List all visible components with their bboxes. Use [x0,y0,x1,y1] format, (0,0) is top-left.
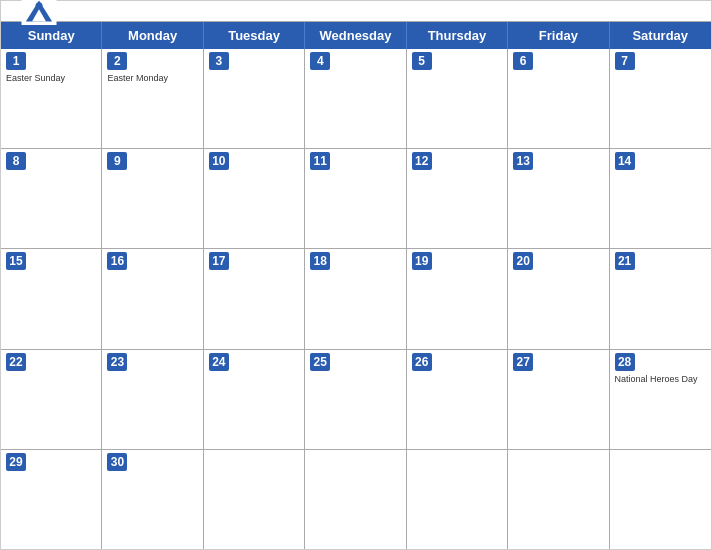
calendar-cell[interactable]: 26 [407,350,508,449]
calendar-cell[interactable]: 1Easter Sunday [1,49,102,148]
calendar-cell[interactable]: 20 [508,249,609,348]
cell-day-number: 9 [107,152,127,170]
week-row-4: 22232425262728National Heroes Day [1,350,711,450]
calendar-cell[interactable]: 6 [508,49,609,148]
calendar-cell[interactable]: 17 [204,249,305,348]
week-row-2: 891011121314 [1,149,711,249]
cell-day-number: 26 [412,353,432,371]
calendar-cell[interactable]: 18 [305,249,406,348]
calendar-cell[interactable]: 27 [508,350,609,449]
day-headers-row: SundayMondayTuesdayWednesdayThursdayFrid… [1,22,711,49]
calendar-cell[interactable]: 2Easter Monday [102,49,203,148]
cell-day-number: 2 [107,52,127,70]
cell-event: Easter Sunday [6,73,96,84]
calendar-cell[interactable]: 21 [610,249,711,348]
cell-day-number: 30 [107,453,127,471]
cell-day-number: 21 [615,252,635,270]
calendar-cell[interactable]: 19 [407,249,508,348]
calendar-cell[interactable] [508,450,609,549]
calendar-container: SundayMondayTuesdayWednesdayThursdayFrid… [0,0,712,550]
cell-day-number: 6 [513,52,533,70]
calendar-cell[interactable]: 4 [305,49,406,148]
cell-day-number: 3 [209,52,229,70]
cell-day-number: 13 [513,152,533,170]
calendar-cell[interactable]: 13 [508,149,609,248]
day-header-monday: Monday [102,22,203,49]
weeks-container: 1Easter Sunday2Easter Monday345678910111… [1,49,711,549]
cell-day-number: 5 [412,52,432,70]
calendar-cell[interactable]: 12 [407,149,508,248]
calendar-cell[interactable] [407,450,508,549]
calendar-cell[interactable] [204,450,305,549]
calendar-cell[interactable] [305,450,406,549]
cell-day-number: 20 [513,252,533,270]
calendar-cell[interactable]: 15 [1,249,102,348]
cell-day-number: 23 [107,353,127,371]
cell-day-number: 22 [6,353,26,371]
calendar-grid: SundayMondayTuesdayWednesdayThursdayFrid… [1,21,711,549]
cell-day-number: 4 [310,52,330,70]
cell-day-number: 16 [107,252,127,270]
cell-event: Easter Monday [107,73,197,84]
svg-point-3 [36,2,43,9]
cell-day-number: 8 [6,152,26,170]
day-header-wednesday: Wednesday [305,22,406,49]
day-header-sunday: Sunday [1,22,102,49]
calendar-cell[interactable]: 9 [102,149,203,248]
cell-day-number: 25 [310,353,330,371]
cell-day-number: 14 [615,152,635,170]
cell-day-number: 17 [209,252,229,270]
calendar-header [1,1,711,21]
cell-day-number: 11 [310,152,330,170]
calendar-cell[interactable]: 29 [1,450,102,549]
cell-day-number: 29 [6,453,26,471]
calendar-cell[interactable]: 23 [102,350,203,449]
cell-day-number: 19 [412,252,432,270]
calendar-cell[interactable] [610,450,711,549]
cell-day-number: 18 [310,252,330,270]
cell-day-number: 1 [6,52,26,70]
calendar-cell[interactable]: 25 [305,350,406,449]
week-row-5: 2930 [1,450,711,549]
day-header-friday: Friday [508,22,609,49]
calendar-cell[interactable]: 10 [204,149,305,248]
calendar-cell[interactable]: 7 [610,49,711,148]
cell-day-number: 15 [6,252,26,270]
day-header-thursday: Thursday [407,22,508,49]
cell-day-number: 28 [615,353,635,371]
calendar-cell[interactable]: 22 [1,350,102,449]
week-row-1: 1Easter Sunday2Easter Monday34567 [1,49,711,149]
calendar-cell[interactable]: 28National Heroes Day [610,350,711,449]
calendar-cell[interactable]: 11 [305,149,406,248]
cell-day-number: 10 [209,152,229,170]
calendar-cell[interactable]: 16 [102,249,203,348]
calendar-cell[interactable]: 24 [204,350,305,449]
cell-event: National Heroes Day [615,374,706,385]
week-row-3: 15161718192021 [1,249,711,349]
calendar-cell[interactable]: 14 [610,149,711,248]
calendar-cell[interactable]: 30 [102,450,203,549]
calendar-cell[interactable]: 5 [407,49,508,148]
cell-day-number: 24 [209,353,229,371]
day-header-saturday: Saturday [610,22,711,49]
logo [21,0,57,25]
day-header-tuesday: Tuesday [204,22,305,49]
calendar-cell[interactable]: 3 [204,49,305,148]
cell-day-number: 7 [615,52,635,70]
cell-day-number: 12 [412,152,432,170]
calendar-cell[interactable]: 8 [1,149,102,248]
cell-day-number: 27 [513,353,533,371]
